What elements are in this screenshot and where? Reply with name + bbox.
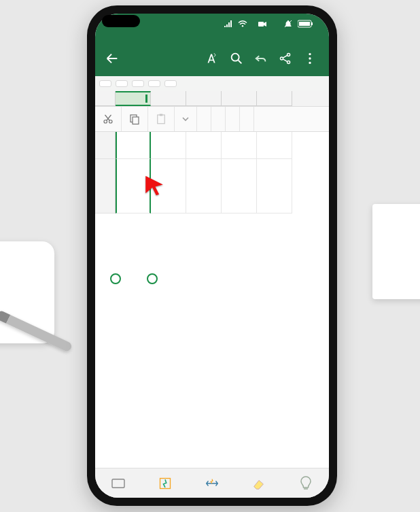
grid-body[interactable] [95, 106, 329, 468]
svg-rect-20 [112, 479, 124, 488]
clear-button[interactable] [197, 107, 211, 131]
share-button[interactable] [273, 48, 298, 69]
desk-note [372, 204, 420, 299]
paste-button[interactable] [148, 107, 175, 131]
svg-rect-1 [258, 22, 264, 27]
erase-button[interactable] [247, 472, 270, 495]
fill-button[interactable] [211, 107, 226, 131]
svg-point-13 [309, 62, 311, 64]
svg-point-8 [280, 57, 283, 60]
insert-button[interactable] [226, 107, 240, 131]
idea-button[interactable] [294, 472, 317, 495]
undo-button[interactable] [249, 48, 273, 69]
svg-point-10 [287, 61, 290, 63]
doc-title [95, 37, 329, 48]
selection-handle-left[interactable] [110, 273, 121, 284]
stat-max[interactable] [164, 80, 177, 87]
stat-avg[interactable] [116, 80, 128, 87]
svg-line-7 [239, 61, 242, 64]
col-header-b[interactable] [116, 91, 151, 106]
col-header-d[interactable] [186, 91, 222, 106]
delete-button[interactable] [240, 107, 254, 131]
selection-handle-right[interactable] [147, 273, 158, 284]
autofit-button[interactable] [200, 472, 224, 495]
battery-icon [298, 20, 314, 28]
stat-count[interactable] [132, 80, 144, 87]
dnd-icon [284, 20, 292, 28]
spreadsheet[interactable] [95, 91, 329, 468]
select-all-corner[interactable] [95, 91, 116, 106]
font-button[interactable] [200, 48, 224, 69]
col-header-f[interactable] [257, 91, 292, 106]
context-toolbar [95, 106, 329, 132]
search-button[interactable] [224, 48, 249, 69]
more-button[interactable] [298, 48, 322, 69]
signal-icon [224, 20, 232, 27]
front-camera [102, 15, 140, 27]
cut-button[interactable] [95, 107, 122, 131]
main-toolbar [95, 48, 329, 72]
svg-point-9 [287, 53, 290, 56]
wifi-icon [238, 20, 247, 27]
phone-screen [95, 14, 329, 498]
row-header-blank2[interactable] [95, 159, 116, 214]
stat-sum[interactable] [99, 80, 111, 87]
back-button[interactable] [102, 48, 122, 69]
bottom-nav [95, 468, 329, 498]
phone-frame [87, 5, 337, 506]
video-icon [258, 21, 266, 27]
stat-numcount[interactable] [148, 80, 160, 87]
fx-button[interactable] [154, 472, 177, 495]
column-headers[interactable] [95, 91, 329, 106]
row-header-blank[interactable] [95, 132, 116, 159]
svg-rect-4 [311, 22, 313, 25]
col-header-e[interactable] [222, 91, 257, 106]
svg-rect-18 [158, 115, 165, 124]
app-header [95, 34, 329, 76]
svg-rect-19 [160, 114, 163, 116]
cell-b-text[interactable] [116, 132, 151, 159]
svg-rect-5 [299, 22, 310, 26]
svg-rect-17 [133, 117, 139, 124]
svg-point-11 [309, 53, 311, 55]
paste-dropdown[interactable] [175, 107, 197, 131]
copy-button[interactable] [122, 107, 148, 131]
svg-point-12 [309, 57, 311, 59]
col-header-c[interactable] [151, 91, 186, 106]
svg-point-6 [232, 54, 239, 61]
sheet-tab-button[interactable] [107, 472, 130, 495]
svg-point-0 [242, 25, 243, 27]
stats-bar [95, 76, 329, 91]
